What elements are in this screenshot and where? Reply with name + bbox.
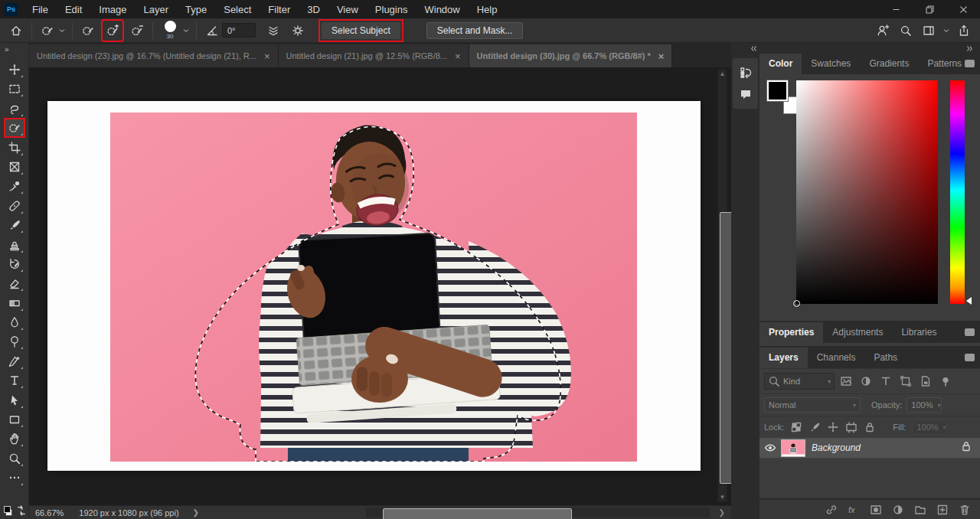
- blur-tool[interactable]: [5, 314, 24, 331]
- vertical-scrollbar[interactable]: ▲ ▼: [717, 69, 727, 502]
- filter-smart-objects-icon[interactable]: [920, 375, 932, 387]
- menu-window[interactable]: Window: [416, 0, 468, 18]
- scroll-right-icon[interactable]: ❯: [719, 508, 725, 517]
- close-tab-icon[interactable]: ×: [264, 51, 270, 62]
- new-layer-icon[interactable]: [936, 504, 949, 516]
- home-icon[interactable]: [6, 21, 26, 41]
- scroll-down-icon[interactable]: ▼: [718, 494, 727, 501]
- filter-image-layers-icon[interactable]: [840, 375, 852, 387]
- horizontal-scroll-thumb[interactable]: [383, 508, 572, 519]
- hue-slider[interactable]: [950, 80, 965, 304]
- swap-colors-icon[interactable]: [16, 505, 27, 516]
- filter-toggle-icon[interactable]: [939, 375, 952, 387]
- comments-panel-icon[interactable]: [740, 88, 752, 100]
- crop-tool[interactable]: [5, 139, 24, 156]
- delete-layer-icon[interactable]: [959, 504, 971, 516]
- layers-tab-layers[interactable]: Layers: [760, 348, 808, 368]
- lock-image-pixels-icon[interactable]: [808, 421, 821, 433]
- minimize-button[interactable]: [879, 0, 913, 18]
- layer-visibility-icon[interactable]: [760, 442, 781, 454]
- select-subject-button[interactable]: Select Subject: [322, 22, 400, 39]
- document-tab-1[interactable]: Untitled design (23).jpg @ 16.7% (Untitl…: [29, 44, 279, 67]
- frame-tool[interactable]: [5, 158, 24, 175]
- menu-select[interactable]: Select: [215, 0, 260, 18]
- eyedropper-tool[interactable]: [5, 178, 24, 194]
- brush-size-picker[interactable]: 30: [158, 19, 181, 42]
- scroll-up-icon[interactable]: ▲: [718, 70, 727, 77]
- close-button[interactable]: [946, 0, 980, 18]
- new-selection-mode-icon[interactable]: [78, 21, 98, 41]
- menu-3d[interactable]: 3D: [299, 0, 328, 18]
- chevron-down-icon[interactable]: [942, 26, 951, 35]
- layers-tab-paths[interactable]: Paths: [864, 348, 906, 368]
- brush-angle-field[interactable]: 0°: [222, 23, 256, 38]
- pen-tool[interactable]: [5, 353, 24, 370]
- menu-image[interactable]: Image: [90, 0, 135, 18]
- type-tool[interactable]: [5, 372, 24, 389]
- vertical-scroll-thumb[interactable]: [720, 212, 731, 484]
- toolbar-expand-button[interactable]: »: [0, 43, 28, 55]
- share-user-icon[interactable]: [873, 21, 893, 41]
- filter-adjustment-layers-icon[interactable]: [860, 375, 872, 387]
- more-tools[interactable]: [5, 469, 24, 486]
- zoom-level[interactable]: 66.67%: [29, 508, 73, 517]
- collapse-panels-icon[interactable]: [750, 44, 758, 53]
- filter-type-layers-icon[interactable]: [880, 375, 892, 387]
- menu-layer[interactable]: Layer: [136, 0, 178, 18]
- marquee-tool[interactable]: [5, 80, 24, 97]
- zoom-tool[interactable]: [5, 450, 24, 467]
- foreground-color-chip[interactable]: [767, 80, 788, 101]
- subtract-from-selection-mode-icon[interactable]: [127, 21, 147, 41]
- layer-locked-icon[interactable]: [960, 440, 980, 455]
- select-and-mask-button[interactable]: Select and Mask...: [426, 22, 524, 39]
- restore-button[interactable]: [913, 0, 946, 18]
- layers-tab-channels[interactable]: Channels: [808, 348, 865, 368]
- history-panel-icon[interactable]: [740, 67, 752, 79]
- menu-file[interactable]: File: [24, 0, 57, 18]
- brush-tool[interactable]: [5, 217, 24, 233]
- move-tool[interactable]: [5, 61, 24, 78]
- layer-row[interactable]: Background: [760, 438, 980, 459]
- new-group-icon[interactable]: [914, 504, 926, 516]
- chevron-down-icon[interactable]: [57, 26, 67, 35]
- shape-tool[interactable]: [5, 411, 24, 428]
- lock-all-icon[interactable]: [864, 421, 876, 433]
- saturation-brightness-field[interactable]: [796, 80, 938, 304]
- menu-filter[interactable]: Filter: [260, 0, 299, 18]
- fill-dropdown[interactable]: 100% ▾: [912, 419, 947, 435]
- color-field-selector[interactable]: [793, 300, 800, 307]
- foreground-color-chip[interactable]: [4, 506, 11, 513]
- menu-help[interactable]: Help: [469, 0, 506, 18]
- menu-view[interactable]: View: [328, 0, 367, 18]
- hand-tool[interactable]: [5, 430, 24, 447]
- eraser-tool[interactable]: [5, 275, 24, 292]
- share-export-icon[interactable]: [954, 21, 974, 41]
- color-tab-gradients[interactable]: Gradients: [860, 54, 918, 74]
- clone-stamp-tool[interactable]: [5, 237, 24, 253]
- history-brush-tool[interactable]: [5, 256, 24, 273]
- horizontal-scrollbar[interactable]: [366, 508, 710, 517]
- hue-slider-handle[interactable]: [966, 297, 972, 305]
- add-mask-icon[interactable]: [870, 504, 882, 516]
- menu-edit[interactable]: Edit: [57, 0, 90, 18]
- lock-transparent-pixels-icon[interactable]: [790, 421, 802, 433]
- panel-menu-icon[interactable]: [965, 328, 975, 336]
- close-tab-icon[interactable]: ×: [455, 51, 461, 62]
- color-tab-color[interactable]: Color: [760, 54, 802, 74]
- document-tab-2[interactable]: Untitled design (21).jpg @ 12.5% (RGB/8.…: [279, 44, 469, 67]
- tool-preset-icon[interactable]: [38, 21, 57, 41]
- link-layers-icon[interactable]: [825, 504, 838, 516]
- properties-tab-libraries[interactable]: Libraries: [892, 322, 946, 343]
- brush-settings-icon[interactable]: [288, 21, 308, 41]
- expand-panels-icon[interactable]: [965, 44, 974, 53]
- search-icon[interactable]: [896, 21, 916, 41]
- status-chevron-icon[interactable]: ❯: [185, 508, 207, 517]
- color-tab-patterns[interactable]: Patterns: [918, 54, 971, 74]
- document-tab-3[interactable]: Untitled design (30).jpg @ 66.7% (RGB/8#…: [469, 44, 673, 67]
- gradient-tool[interactable]: [5, 295, 24, 312]
- properties-tab-adjustments[interactable]: Adjustments: [823, 322, 892, 343]
- symmetry-icon[interactable]: [263, 21, 283, 41]
- dodge-tool[interactable]: [5, 333, 24, 350]
- workspace-icon[interactable]: [919, 21, 939, 41]
- close-tab-icon[interactable]: ×: [658, 51, 665, 62]
